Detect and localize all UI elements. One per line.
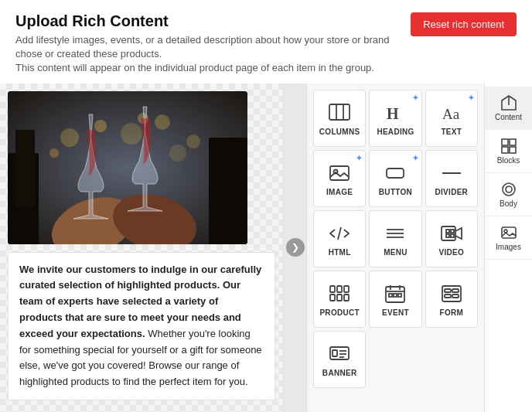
images-icon — [500, 224, 517, 241]
grid-item-text[interactable]: ✦ Aa TEXT — [425, 90, 478, 147]
grid-item-columns-label: COLUMNS — [319, 128, 360, 136]
svg-rect-28 — [446, 230, 449, 233]
svg-rect-33 — [337, 286, 342, 292]
grid-item-menu[interactable]: MENU — [369, 210, 421, 267]
grid-item-image[interactable]: ✦ IMAGE — [313, 150, 366, 207]
grid-item-form-label: FORM — [440, 308, 464, 317]
sidebar-item-body[interactable]: Body — [485, 173, 532, 216]
svg-point-6 — [121, 123, 142, 145]
right-sidebar: Content Blocks Body — [484, 83, 532, 412]
product-image-container — [8, 91, 247, 244]
sidebar-item-images[interactable]: Images — [485, 216, 532, 260]
svg-rect-37 — [344, 295, 349, 301]
grid-item-event[interactable]: EVENT — [369, 271, 421, 328]
svg-rect-31 — [451, 234, 454, 237]
panel-divider: ❯ — [283, 83, 306, 412]
sidebar-images-label: Images — [496, 243, 521, 251]
svg-rect-57 — [502, 139, 508, 145]
grid-item-html[interactable]: HTML — [313, 210, 366, 267]
grid-item-video[interactable]: VIDEO — [425, 210, 478, 267]
sidebar-item-content[interactable]: Content — [485, 87, 532, 130]
product-image — [8, 91, 247, 244]
svg-rect-58 — [510, 139, 516, 145]
svg-rect-32 — [330, 286, 335, 292]
grid-item-product[interactable]: PRODUCT — [313, 271, 366, 328]
content-blocks-grid: COLUMNS ✦ H HEADING ✦ Aa TEXT — [313, 90, 478, 388]
svg-rect-2 — [209, 138, 247, 244]
svg-point-9 — [49, 148, 59, 158]
grid-item-product-label: PRODUCT — [319, 308, 360, 317]
main-content: We invite our customers to indulge in ou… — [0, 83, 532, 412]
reset-rich-content-button[interactable]: Reset rich content — [411, 12, 517, 36]
svg-point-4 — [60, 128, 79, 147]
svg-rect-60 — [510, 147, 516, 153]
grid-item-form[interactable]: FORM — [425, 271, 478, 328]
svg-rect-59 — [502, 147, 508, 153]
text-plus-badge: ✦ — [468, 94, 474, 102]
grid-item-event-label: EVENT — [382, 308, 409, 317]
page-header: Upload Rich Content Add lifestyle images… — [0, 0, 532, 83]
page-title: Upload Rich Content — [15, 12, 411, 30]
sidebar-content-label: Content — [495, 113, 522, 121]
grid-item-heading[interactable]: ✦ H HEADING — [369, 90, 421, 147]
svg-rect-21 — [387, 169, 404, 178]
svg-rect-47 — [452, 289, 459, 292]
grid-item-image-label: IMAGE — [326, 188, 353, 196]
header-text-group: Upload Rich Content Add lifestyle images… — [15, 12, 411, 76]
product-description: We invite our customers to indulge in ou… — [8, 252, 275, 400]
svg-rect-63 — [502, 227, 516, 238]
svg-rect-49 — [452, 295, 459, 298]
grid-item-button-label: BUTTON — [379, 188, 412, 196]
grid-item-text-label: TEXT — [441, 128, 462, 136]
svg-rect-29 — [451, 230, 454, 233]
svg-point-8 — [186, 134, 200, 148]
content-grid-panel: COLUMNS ✦ H HEADING ✦ Aa TEXT — [306, 83, 484, 412]
svg-rect-42 — [389, 294, 392, 297]
svg-rect-51 — [332, 350, 337, 356]
svg-point-61 — [503, 183, 515, 196]
page-subtitle: Add lifestyle images, events, or a detai… — [15, 33, 411, 76]
svg-rect-19 — [330, 166, 349, 180]
svg-text:Aa: Aa — [442, 106, 460, 122]
grid-item-banner-label: BANNER — [322, 369, 357, 377]
svg-point-5 — [94, 120, 107, 132]
svg-rect-43 — [394, 294, 397, 297]
svg-point-7 — [155, 114, 170, 130]
svg-rect-27 — [442, 226, 455, 240]
svg-rect-34 — [344, 286, 349, 292]
blocks-icon — [500, 138, 517, 155]
svg-rect-35 — [330, 295, 335, 301]
sidebar-blocks-label: Blocks — [497, 156, 520, 165]
button-plus-badge: ✦ — [412, 154, 418, 162]
sidebar-body-label: Body — [500, 199, 517, 208]
svg-text:H: H — [387, 105, 399, 122]
svg-line-23 — [338, 227, 341, 240]
svg-rect-44 — [398, 294, 401, 297]
left-panel: We invite our customers to indulge in ou… — [0, 83, 283, 412]
grid-item-heading-label: HEADING — [377, 128, 414, 136]
grid-item-divider[interactable]: DIVIDER — [425, 150, 478, 207]
svg-rect-45 — [442, 286, 461, 301]
image-plus-badge: ✦ — [356, 154, 362, 162]
collapse-arrow-button[interactable]: ❯ — [286, 238, 305, 257]
svg-rect-48 — [445, 295, 451, 298]
svg-rect-14 — [329, 104, 350, 120]
grid-item-menu-label: MENU — [384, 248, 408, 257]
svg-rect-46 — [445, 289, 451, 292]
page-container: Upload Rich Content Add lifestyle images… — [0, 0, 532, 412]
svg-rect-30 — [446, 234, 449, 237]
svg-point-11 — [169, 145, 186, 162]
body-icon — [500, 181, 517, 198]
grid-item-html-label: HTML — [329, 248, 351, 257]
grid-item-video-label: VIDEO — [439, 248, 465, 257]
grid-item-button[interactable]: ✦ BUTTON — [369, 150, 421, 207]
grid-item-banner[interactable]: BANNER — [313, 331, 366, 388]
svg-rect-3 — [15, 130, 35, 207]
svg-rect-36 — [337, 295, 342, 301]
grid-item-divider-label: DIVIDER — [435, 188, 468, 196]
content-icon — [500, 94, 517, 111]
svg-point-62 — [506, 186, 512, 192]
grid-item-columns[interactable]: COLUMNS — [313, 90, 366, 147]
heading-plus-badge: ✦ — [412, 94, 418, 102]
sidebar-item-blocks[interactable]: Blocks — [485, 130, 532, 173]
